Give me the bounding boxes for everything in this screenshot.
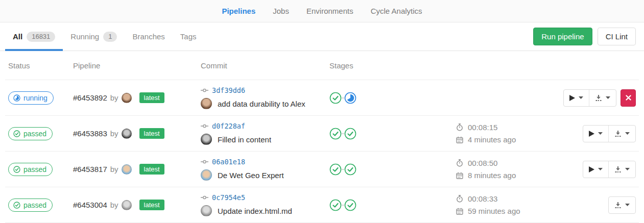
ci-lint-button[interactable]: CI Lint [598, 28, 636, 45]
stage-passed-icon[interactable] [329, 128, 342, 140]
close-icon [626, 95, 631, 101]
artifacts-dropdown-button[interactable] [589, 90, 616, 106]
calendar-icon [456, 172, 463, 179]
avatar[interactable] [122, 164, 132, 175]
cancel-pipeline-button[interactable] [621, 89, 636, 107]
pipeline-id: #6453892 [73, 93, 107, 102]
commit-message[interactable]: add data durability to Alex [218, 100, 305, 108]
nav-tab-pipelines[interactable]: Pipelines [222, 7, 255, 15]
status-badge-label: passed [23, 130, 46, 138]
avatar[interactable] [122, 93, 132, 103]
run-pipeline-button[interactable]: Run pipeline [533, 28, 592, 45]
stage-passed-icon[interactable] [344, 163, 356, 176]
commit-icon [201, 88, 208, 93]
status-badge[interactable]: running [8, 91, 54, 105]
status-badge[interactable]: passed [8, 199, 53, 212]
by-label: by [110, 129, 118, 138]
chevron-down-icon [625, 168, 630, 170]
table-row: passed #6453004 by latest 0c7954e5 Updat… [5, 187, 639, 223]
stopwatch-icon [456, 123, 463, 131]
stage-passed-icon[interactable] [329, 163, 342, 176]
all-count-badge: 16831 [27, 32, 55, 42]
time-ago: 59 minutes ago [468, 207, 520, 215]
play-icon [569, 95, 575, 101]
stopwatch-icon [456, 159, 463, 167]
pipeline-id: #6453817 [73, 165, 107, 174]
table-row: running #6453892 by latest 3df39dd6 add … [5, 80, 639, 116]
table-row: passed #6453817 by latest 06a01e18 De We… [5, 152, 639, 187]
latest-badge: latest [139, 200, 164, 210]
filter-tab-all[interactable]: All 16831 [5, 22, 63, 51]
time-ago: 8 minutes ago [468, 171, 516, 180]
nav-tab-cycle-analytics[interactable]: Cycle Analytics [371, 7, 422, 15]
stage-passed-icon[interactable] [329, 92, 342, 104]
row-actions-group [608, 196, 636, 214]
commit-message[interactable]: Filled in content [218, 135, 271, 144]
filter-tab-branches-label: Branches [132, 32, 164, 41]
avatar[interactable] [122, 200, 132, 210]
commit-hash-link[interactable]: 06a01e18 [212, 158, 245, 166]
play-dropdown-button[interactable] [583, 161, 608, 178]
chevron-down-icon [598, 132, 603, 135]
nav-tab-jobs[interactable]: Jobs [273, 7, 289, 15]
filter-tab-branches[interactable]: Branches [125, 22, 172, 51]
status-badge[interactable]: passed [8, 127, 53, 140]
stage-passed-icon[interactable] [329, 199, 342, 211]
stage-passed-icon[interactable] [344, 128, 356, 140]
table-row: passed #6453883 by latest d0f228af Fille… [5, 116, 639, 152]
commit-hash-link[interactable]: d0f228af [212, 122, 245, 130]
play-dropdown-button[interactable] [583, 126, 608, 142]
project-nav: Pipelines Jobs Environments Cycle Analyt… [0, 0, 644, 22]
table-header: Status Pipeline Commit Stages [5, 51, 639, 80]
status-badge[interactable]: passed [8, 163, 53, 176]
avatar[interactable] [201, 205, 212, 216]
artifacts-dropdown-button[interactable] [608, 126, 635, 142]
by-label: by [110, 201, 118, 209]
duration: 00:08:33 [468, 194, 497, 203]
artifacts-dropdown-button[interactable] [609, 197, 635, 213]
header-commit: Commit [201, 61, 329, 70]
commit-message[interactable]: De Wet Geo Expert [218, 171, 284, 180]
header-stages: Stages [329, 61, 456, 70]
pipelines-table: Status Pipeline Commit Stages running #6… [5, 51, 639, 223]
pipeline-id: #6453004 [73, 201, 107, 209]
row-actions-group [583, 161, 636, 178]
filter-tab-all-label: All [13, 32, 22, 41]
chevron-down-icon [625, 132, 630, 135]
latest-badge: latest [139, 128, 164, 139]
filter-tab-tags[interactable]: Tags [173, 22, 204, 51]
avatar[interactable] [122, 129, 132, 139]
artifacts-dropdown-button[interactable] [608, 161, 635, 178]
commit-hash-link[interactable]: 3df39dd6 [212, 86, 245, 94]
status-badge-label: running [23, 94, 47, 102]
commit-message[interactable]: Update index.html.md [218, 207, 292, 215]
stage-passed-icon[interactable] [344, 199, 356, 211]
duration: 00:08:50 [468, 159, 497, 167]
avatar[interactable] [201, 169, 212, 181]
calendar-icon [456, 208, 463, 215]
passed-icon [13, 166, 20, 173]
filter-tab-running[interactable]: Running 1 [63, 22, 125, 51]
stage-running-icon[interactable] [344, 92, 356, 104]
play-icon [589, 166, 594, 172]
avatar[interactable] [201, 134, 212, 145]
chevron-down-icon [579, 96, 583, 99]
commit-icon [201, 195, 208, 200]
running-count-badge: 1 [103, 32, 117, 42]
calendar-icon [456, 136, 463, 143]
commit-hash-link[interactable]: 0c7954e5 [212, 193, 245, 202]
download-icon [614, 202, 622, 209]
pipelines-filter-bar: All 16831 Running 1 Branches Tags Run pi… [0, 22, 644, 51]
passed-icon [13, 202, 20, 209]
commit-icon [201, 123, 208, 129]
pipeline-id: #6453883 [73, 129, 107, 138]
time-ago: 4 minutes ago [468, 135, 516, 144]
play-dropdown-button[interactable] [564, 90, 589, 106]
by-label: by [110, 93, 118, 102]
filter-tab-running-label: Running [70, 32, 99, 41]
duration: 00:08:15 [468, 123, 497, 132]
latest-badge: latest [139, 92, 164, 103]
avatar[interactable] [201, 98, 212, 109]
nav-tab-environments[interactable]: Environments [306, 7, 353, 15]
chevron-down-icon [598, 168, 603, 170]
